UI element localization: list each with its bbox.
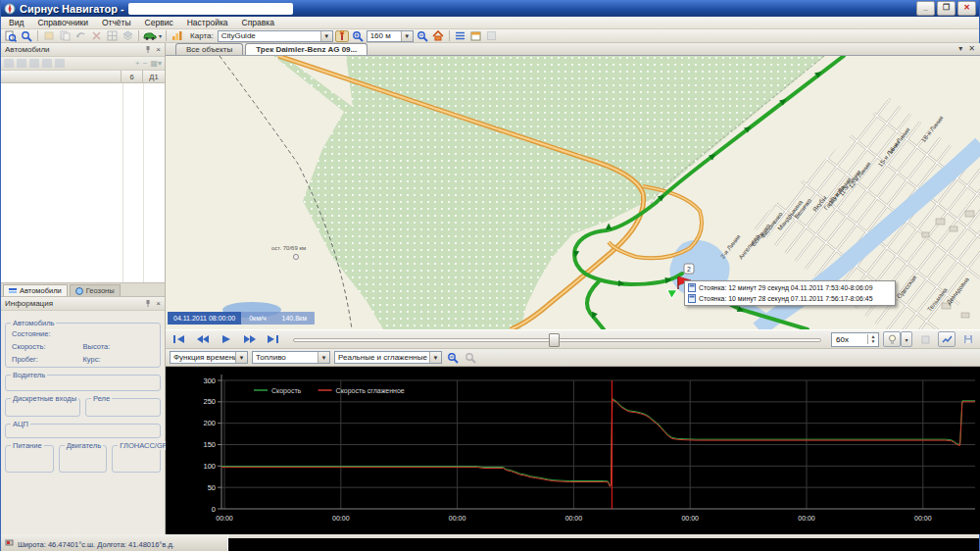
speed-chart[interactable]: 05010015020025030000:0000:0000:0000:0000… (166, 367, 980, 534)
menu-item-6[interactable]: Справка (242, 18, 274, 27)
rewind-button[interactable] (193, 332, 213, 346)
group-icon[interactable] (29, 59, 39, 68)
field-height: Высота: (83, 342, 155, 351)
home-icon[interactable] (431, 30, 445, 42)
menu-item-2[interactable]: Справочники (37, 18, 88, 27)
restore-button[interactable]: ❐ (937, 1, 956, 16)
minimize-button[interactable]: _ (916, 1, 935, 16)
legend-label: Скорость сглаженное (336, 387, 405, 395)
coordinates-text: Широта: 46.47401°с.ш. Долгота: 41.48016°… (18, 537, 174, 549)
map-view[interactable]: ост. 70/69 км 18-я Линия16-я Линия15-я Л… (166, 56, 980, 329)
tab-vehicles[interactable]: Автомобили (3, 284, 68, 296)
grid-icon[interactable] (105, 30, 119, 42)
columns-icon[interactable]: ▦▾ (150, 59, 162, 68)
speed-spin-arrows[interactable]: ▲▼ (867, 334, 878, 344)
menu-item-5[interactable]: Настройка (187, 18, 228, 27)
chart-values-select[interactable]: Реальные и сглаженные значени ▼ (334, 351, 442, 364)
chart-values-dropdown-button[interactable]: ▼ (429, 352, 441, 363)
chart-zoom-out-icon[interactable] (446, 352, 460, 364)
bulb-dropdown-button[interactable]: ▾ (901, 331, 912, 347)
chart-icon[interactable] (171, 30, 184, 42)
zoom-in-icon[interactable] (351, 30, 365, 42)
column-d1[interactable]: Д1 (143, 71, 165, 82)
delete-icon[interactable] (89, 30, 103, 42)
y-tick-label: 50 (208, 483, 216, 492)
chart-series-dropdown-button[interactable]: ▼ (318, 352, 329, 363)
title-bar: Сирнус Навигатор - _ ❐ ✕ (1, 0, 979, 17)
zoom-out-icon[interactable] (416, 30, 429, 42)
field-mileage: Пробег: (12, 355, 83, 364)
calendar-icon[interactable] (469, 30, 483, 42)
scale-select-dropdown-button[interactable]: ▼ (401, 31, 413, 41)
vehicles-list[interactable] (1, 83, 165, 283)
plus-icon[interactable]: + (135, 59, 140, 68)
tab-list-dropdown-icon[interactable]: ▾ (958, 44, 962, 53)
play-button[interactable] (217, 332, 236, 346)
undo-icon[interactable] (74, 30, 87, 42)
chart-series-select[interactable]: Топливо ▼ (252, 351, 330, 364)
vehicles-panel-title: Автомобили (5, 45, 50, 54)
skip-end-button[interactable] (264, 332, 283, 346)
column-6[interactable]: 6 (122, 71, 143, 82)
save-button[interactable] (959, 331, 977, 347)
group-driver: Водитель (5, 375, 161, 391)
tab-close-icon[interactable]: ✕ (968, 44, 975, 53)
search-icon[interactable] (20, 30, 33, 42)
filter-icon[interactable] (55, 59, 65, 68)
slider-handle[interactable] (549, 333, 560, 347)
toolbar-separator (166, 30, 167, 41)
info-panel-close-icon[interactable]: × (156, 299, 161, 308)
group-discrete-label: Дискретные входы (11, 394, 78, 403)
stop-number-badge[interactable]: 2 (684, 264, 694, 274)
app-window: Сирнус Навигатор - _ ❐ ✕ ВидСправочникиО… (0, 0, 980, 551)
add-vehicle-icon[interactable] (4, 59, 14, 68)
vehicle-icon[interactable] (143, 30, 157, 42)
chart-mode-dropdown-button[interactable]: ▼ (235, 352, 247, 363)
edit-vehicle-icon[interactable] (17, 59, 26, 68)
close-button[interactable]: ✕ (957, 1, 976, 16)
fast-forward-button[interactable] (240, 332, 260, 346)
timeline-slider[interactable] (293, 332, 821, 346)
zoom-select-icon[interactable] (4, 30, 18, 42)
tab-geozones[interactable]: Геозоны (70, 284, 121, 296)
left-panel: Автомобили × + − ▦▾ 6 Д1 (1, 43, 166, 534)
map-select-dropdown-button[interactable]: ▼ (320, 31, 332, 41)
pin-icon[interactable] (144, 299, 152, 308)
tab-all-objects[interactable]: Все объекты (175, 43, 243, 55)
chart-mode-value: Функция времени (171, 353, 235, 362)
bus-stop-icon (293, 254, 298, 259)
tracker-toggle-icon[interactable] (335, 30, 349, 42)
chart-mode-select[interactable]: Функция времени ▼ (170, 351, 248, 364)
group-driver-label: Водитель (11, 371, 47, 379)
edit-icon[interactable] (42, 30, 56, 42)
disabled-button[interactable] (916, 331, 934, 347)
chart-zoom-in-icon[interactable] (464, 352, 477, 364)
menu-item-3[interactable]: Отчёты (102, 18, 131, 27)
pin-icon[interactable] (144, 45, 152, 54)
map-select[interactable]: CityGuide ▼ (218, 30, 333, 42)
skip-start-button[interactable] (170, 332, 189, 346)
minus-icon[interactable]: − (143, 59, 148, 68)
speed-spinner[interactable]: 60x ▲▼ (831, 332, 879, 347)
playback-bar: 60x ▲▼ ▾ (166, 329, 980, 349)
scale-select[interactable]: 160 м ▼ (367, 30, 414, 42)
group-glonass: ГЛОНАСС/GPS (112, 445, 161, 473)
x-tick-label: 00:00 (565, 515, 583, 522)
menu-item-1[interactable]: Вид (9, 18, 24, 27)
tab-track[interactable]: Трек Daimler-Benz AG 09... (245, 43, 368, 55)
column-name[interactable] (1, 71, 122, 82)
stop-label: ост. 70/69 км (271, 245, 306, 251)
bulb-button[interactable] (883, 331, 901, 347)
chart-toggle-button[interactable] (938, 331, 956, 347)
copy-icon[interactable] (58, 30, 72, 42)
info-panel-content: Автомобиль Состояние: Скорость:Высота: П… (1, 311, 165, 473)
legend-label: Скорость (271, 387, 302, 395)
refresh-icon[interactable] (42, 59, 52, 68)
vehicles-panel-close-icon[interactable]: × (156, 45, 161, 54)
vehicle-dropdown-arrow[interactable]: ▾ (159, 32, 162, 39)
menu-item-4[interactable]: Сервис (145, 18, 173, 27)
layers-icon[interactable] (121, 30, 134, 42)
options-icon[interactable] (485, 30, 499, 42)
list-icon[interactable] (454, 30, 467, 42)
y-tick-label: 300 (203, 376, 216, 385)
